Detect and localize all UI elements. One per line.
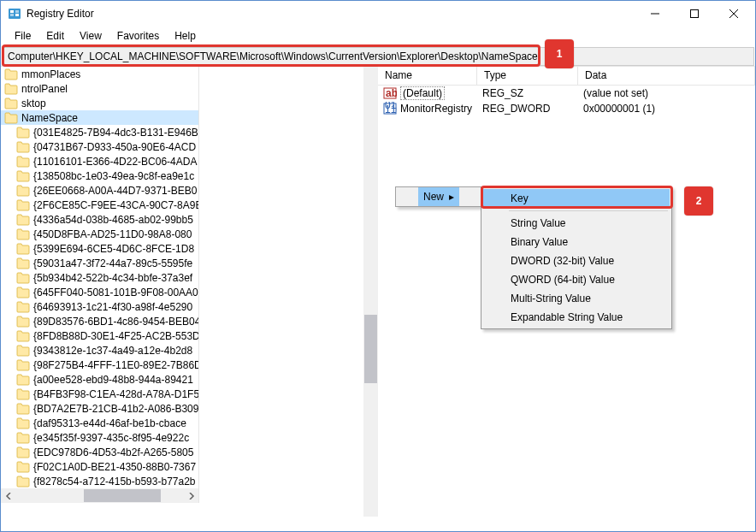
tree-item[interactable]: {5b934b42-522b-4c34-bbfe-37a3ef — [1, 270, 198, 285]
scroll-left-icon[interactable] — [1, 488, 15, 503]
menubar: File Edit View Favorites Help — [1, 27, 755, 47]
svg-rect-3 — [15, 10, 19, 13]
tree-item[interactable]: mmonPlaces — [1, 67, 198, 81]
callout-1-badge: 1 — [545, 39, 574, 68]
tree-item[interactable]: {98F275B4-4FFF-11E0-89E2-7B86D — [1, 358, 198, 372]
context-item[interactable]: String Value — [483, 214, 670, 233]
context-item[interactable]: QWORD (64-bit) Value — [483, 270, 670, 289]
context-submenu[interactable]: KeyString ValueBinary ValueDWORD (32-bit… — [481, 186, 672, 329]
context-item[interactable]: DWORD (32-bit) Value — [483, 251, 670, 270]
tree-item[interactable]: {5399E694-6CE5-4D6C-8FCE-1D8 — [1, 241, 198, 256]
context-item[interactable]: Multi-String Value — [483, 289, 670, 308]
minimize-button[interactable] — [635, 1, 675, 27]
tree-item[interactable]: {450D8FBA-AD25-11D0-98A8-080 — [1, 227, 198, 241]
tree-item[interactable]: {64693913-1c21-4f30-a98f-4e5290 — [1, 299, 198, 314]
list-row[interactable]: 011110MonitorRegistryREG_DWORD0x00000001… — [378, 101, 755, 116]
tree-item[interactable]: {8FD8B88D-30E1-4F25-AC2B-553D — [1, 328, 198, 343]
tree-item[interactable]: {4336a54d-038b-4685-ab02-99bb5 — [1, 212, 198, 227]
tree-item[interactable]: {9343812e-1c37-4a49-a12e-4b2d8 — [1, 343, 198, 358]
svg-rect-1 — [10, 10, 14, 13]
app-icon — [8, 7, 21, 21]
context-item[interactable]: Binary Value — [483, 233, 670, 251]
tree-item[interactable]: {BD7A2E7B-21CB-41b2-A086-B309 — [1, 401, 198, 416]
tree-item[interactable]: {a00ee528-ebd9-48b8-944a-89421 — [1, 372, 198, 387]
tree-vertical-scrollbar[interactable] — [363, 67, 378, 517]
svg-rect-6 — [691, 10, 699, 18]
tree-item[interactable]: {f8278c54-a712-415b-b593-b77a2b — [1, 474, 198, 488]
submenu-arrow-icon: ▸ — [444, 191, 459, 203]
svg-text:110: 110 — [385, 103, 397, 115]
scroll-thumb[interactable] — [84, 489, 161, 502]
window-title: Registry Editor — [27, 8, 635, 20]
context-menu-new[interactable]: New ▸ — [395, 186, 481, 207]
menu-view[interactable]: View — [73, 28, 109, 44]
tree-item[interactable]: {daf95313-e44d-46af-be1b-cbace — [1, 416, 198, 430]
tree-item[interactable]: {2F6CE85C-F9EE-43CA-90C7-8A9B — [1, 198, 198, 212]
tree-item[interactable]: {e345f35f-9397-435c-8f95-4e922c — [1, 430, 198, 445]
context-item[interactable]: Expandable String Value — [483, 308, 670, 327]
tree-item[interactable]: {04731B67-D933-450a-90E6-4ACD — [1, 139, 198, 154]
tree-item[interactable]: {26EE0668-A00A-44D7-9371-BEB0 — [1, 183, 198, 198]
addressbar-container — [2, 47, 754, 66]
titlebar: Registry Editor — [1, 1, 755, 27]
scroll-thumb-v[interactable] — [364, 315, 377, 383]
svg-rect-2 — [10, 14, 14, 16]
tree-item[interactable]: {89D83576-6BD1-4c86-9454-BEB04 — [1, 314, 198, 328]
tree-item[interactable]: {59031a47-3f72-44a7-89c5-5595fe — [1, 256, 198, 270]
col-data[interactable]: Data — [578, 67, 755, 85]
context-separator — [509, 210, 668, 211]
menu-help[interactable]: Help — [168, 28, 203, 44]
list-header: Name Type Data — [378, 67, 755, 86]
col-type[interactable]: Type — [477, 67, 578, 85]
tree-item[interactable]: sktop — [1, 96, 198, 110]
addressbar-input[interactable] — [3, 48, 753, 65]
tree-item[interactable]: {11016101-E366-4D22-BC06-4ADA — [1, 154, 198, 168]
tree-item[interactable]: ntrolPanel — [1, 81, 198, 96]
list-row[interactable]: ab(Default)REG_SZ(value not set) — [378, 86, 755, 101]
close-button[interactable] — [714, 1, 753, 27]
col-name[interactable]: Name — [378, 67, 477, 85]
context-item[interactable]: Key — [483, 189, 670, 208]
tree-item[interactable]: {F02C1A0D-BE21-4350-88B0-7367 — [1, 459, 198, 474]
tree-item[interactable]: {138508bc-1e03-49ea-9c8f-ea9e1c — [1, 168, 198, 183]
menu-file[interactable]: File — [8, 28, 38, 44]
tree-item[interactable]: {645FF040-5081-101B-9F08-00AA0 — [1, 285, 198, 299]
tree-horizontal-scrollbar[interactable] — [1, 488, 198, 503]
scroll-right-icon[interactable] — [184, 488, 198, 503]
tree-panel: mmonPlacesntrolPanelsktopNameSpace{031E4… — [1, 67, 378, 531]
maximize-button[interactable] — [675, 1, 714, 27]
tree-view[interactable]: mmonPlacesntrolPanelsktopNameSpace{031E4… — [1, 67, 199, 503]
context-new-label: New — [418, 191, 444, 203]
svg-text:ab: ab — [386, 87, 397, 99]
callout-2-badge: 2 — [684, 186, 713, 216]
tree-item[interactable]: {EDC978D6-4D53-4b2f-A265-5805 — [1, 445, 198, 459]
tree-item[interactable]: {031E4825-7B94-4dc3-B131-E946B — [1, 125, 198, 139]
svg-rect-4 — [15, 14, 19, 16]
tree-item[interactable]: {B4FB3F98-C1EA-428d-A78A-D1F5 — [1, 387, 198, 401]
menu-edit[interactable]: Edit — [39, 28, 71, 44]
menu-favorites[interactable]: Favorites — [110, 28, 166, 44]
tree-item[interactable]: NameSpace — [1, 110, 198, 125]
